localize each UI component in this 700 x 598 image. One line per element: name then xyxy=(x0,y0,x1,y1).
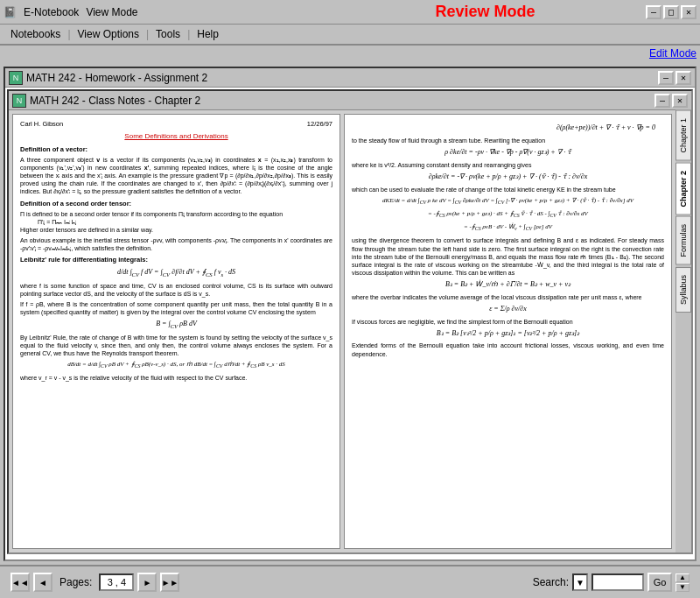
edit-mode-button[interactable]: Edit Mode xyxy=(649,47,696,60)
tensor-example-text: An obvious example is the inertial stres… xyxy=(20,236,332,252)
total-b-formula: B = ∫CV ρB dV xyxy=(20,320,332,330)
bottom-toolbar: ◄◄ ◄ Pages: ► ►► Search: ▼ Go ▲ ▼ xyxy=(0,565,700,598)
navigation-controls: ◄◄ ◄ Pages: ► ►► xyxy=(10,573,179,592)
app-minimize-button[interactable]: – xyxy=(646,5,662,19)
def-tensor-title: Definition of a second order tensor: xyxy=(20,200,332,208)
const-density-text: where ke is v²/2. Assuming constant dens… xyxy=(352,161,664,169)
menu-help[interactable]: Help xyxy=(193,27,222,41)
title-bar-left: 📓 E-Notebook View Mode xyxy=(4,6,325,18)
content-wrapper: Carl H. Gibson 12/26/97 Some Definitions… xyxy=(9,110,691,552)
menu-sep-2: | xyxy=(146,28,149,40)
divergence-text: using the divergence theorem to convert … xyxy=(352,236,664,276)
def-vector-text: A three component object v is a vector i… xyxy=(20,156,332,195)
reynolds-text: By Leibnitz' Rule, the rate of change of… xyxy=(20,334,332,357)
outer-notebook-title-area: N MATH 242 - Homework - Assignment 2 xyxy=(9,71,658,85)
title-bar: 📓 E-Notebook View Mode Review Mode – □ ✕ xyxy=(0,0,700,25)
inner-notebook-titlebar: N MATH 242 - Class Notes - Chapter 2 – ✕ xyxy=(9,91,691,110)
arrow-down-button[interactable]: ▼ xyxy=(676,583,690,592)
app-name: E-Notebook xyxy=(24,6,79,18)
simplest-bernoulli-formula: B₁ = B₂ [v₁²/2 + p/ρ + gz₃]₁ = [v₂²/2 + … xyxy=(352,329,664,339)
ke-rate-text: which can be used to evaluate the rate o… xyxy=(352,186,664,193)
def-vector-title: Definition of a vector: xyxy=(20,145,332,154)
section-title: Some Definitions and Derivations xyxy=(20,132,332,142)
search-label: Search: xyxy=(533,576,569,588)
menu-tools[interactable]: Tools xyxy=(152,27,184,41)
outer-close-button[interactable]: ✕ xyxy=(676,71,691,85)
outer-notebook-titlebar: N MATH 242 - Homework - Assignment 2 – ✕ xyxy=(5,68,695,88)
nav-last-button[interactable]: ►► xyxy=(160,573,179,592)
author-name: Carl H. Gibson xyxy=(20,120,63,129)
tab-syllabus[interactable]: Syllabus xyxy=(676,267,691,313)
leibnitz-text1: where f is some function of space and ti… xyxy=(20,282,332,298)
title-bar-controls: – □ ✕ xyxy=(646,5,696,19)
ke-formula: ρ ∂ke/∂t = -ρv · ∇ke - ∇p - ρ∇(v · gz₃) … xyxy=(352,148,664,158)
def-tensor-text: Π is defined to be a second order tensor… xyxy=(20,210,332,234)
steady-flow-text: to the steady flow of fluid through a st… xyxy=(352,137,664,144)
outer-notebook-controls: – ✕ xyxy=(658,71,691,85)
tab-chapter2[interactable]: Chapter 2 xyxy=(676,163,691,215)
app-maximize-button[interactable]: □ xyxy=(663,5,679,19)
app-close-button[interactable]: ✕ xyxy=(681,5,696,19)
inner-notebook-title: MATH 242 - Class Notes - Chapter 2 xyxy=(30,95,200,107)
search-area: Search: ▼ Go ▲ ▼ xyxy=(533,573,690,592)
simplest-bernoulli-text: If viscous forces are negligible, we fin… xyxy=(352,318,664,326)
page-4: ∂(ρ(ke+pe))/∂t + ∇ · τ̄ + v · ∇p = 0 to … xyxy=(344,114,672,549)
menu-notebooks[interactable]: Notebooks xyxy=(7,27,64,41)
side-tabs: Chapter 1 Chapter 2 Formulas Syllabus xyxy=(676,110,691,552)
menu-bar: Notebooks | View Options | Tools | Help xyxy=(0,25,700,46)
page-date: 12/26/97 xyxy=(307,120,332,129)
outer-notebook-title: MATH 242 - Homework - Assignment 2 xyxy=(26,72,207,84)
menu-view-options[interactable]: View Options xyxy=(74,27,143,41)
inner-notebook-icon: N xyxy=(12,94,26,108)
epsilon-formula: ε = Σ/ρ ∂v/∂x xyxy=(352,305,664,314)
nav-prev-button[interactable]: ◄ xyxy=(33,573,52,592)
main-formula-1: ∂(ρ(ke+pe))/∂t + ∇ · τ̄ + v · ∇p = 0 xyxy=(352,123,664,133)
surface-formula: = -∮CS ρv(ke + p/ρ + gz₃) · dS + ∮CS v̄ … xyxy=(352,210,664,220)
reynolds-formula: dB/dt = d/dt ∫CV ρB dV + ∮CS ρB(v-v_s) ·… xyxy=(20,361,332,370)
main-area: Edit Mode N MATH 242 - Homework - Assign… xyxy=(0,46,700,565)
leibnitz-text2: If f = ρB, where B is the concentration … xyxy=(20,300,332,316)
tab-formulas[interactable]: Formulas xyxy=(676,216,691,265)
extended-bernoulli-text: Extended forms of the Bernoulli equation… xyxy=(352,341,664,357)
arrow-up-button[interactable]: ▲ xyxy=(676,573,690,582)
outer-notebook-icon: N xyxy=(9,71,23,85)
page-author-area: Carl H. Gibson 12/26/97 xyxy=(20,120,332,129)
bernoulli-b-formula: B₁ = B₂ + Ẇ_v/ṁ + ∂Γ̄/∂t = B₂ + w_v + v₂ xyxy=(352,280,664,290)
inner-notebook-window: N MATH 242 - Class Notes - Chapter 2 – ✕… xyxy=(7,89,693,554)
notebook-icon: 📓 xyxy=(4,6,17,18)
review-mode-label: Review Mode xyxy=(325,3,646,21)
overbar-text: where the overbar indicates the volume a… xyxy=(352,293,664,301)
pages-area: Carl H. Gibson 12/26/97 Some Definitions… xyxy=(9,110,676,552)
inner-notebook-controls: – ✕ xyxy=(654,94,688,108)
leibnitz-formula: d/dt ∫CV f dV = ∫CV ∂f/∂t dV + ∮CS f vs … xyxy=(20,268,332,278)
arrow-buttons: ▲ ▼ xyxy=(676,573,690,592)
outer-notebook-window: N MATH 242 - Homework - Assignment 2 – ✕… xyxy=(4,67,696,561)
def-leibnitz-title: Leibnitz' rule for differentiating integ… xyxy=(20,256,332,264)
search-input[interactable] xyxy=(592,573,644,591)
menu-sep-1: | xyxy=(67,28,70,40)
pages-input[interactable] xyxy=(99,573,134,591)
nav-first-button[interactable]: ◄◄ xyxy=(10,573,30,592)
inner-close-button[interactable]: ✕ xyxy=(672,94,688,108)
search-go-button[interactable]: Go xyxy=(648,573,672,592)
rearranged-formula: ∂ρke/∂t = -∇ · ρv(ke + p/ρ + gz₃) + ∇ · … xyxy=(352,172,664,182)
vr-text: where v_r = v - v_s is the relative velo… xyxy=(20,374,332,382)
page-3: Carl H. Gibson 12/26/97 Some Definitions… xyxy=(12,114,340,549)
simplified-formula: = -∮CS ρvB · dV - Ẇv + ∫CV [ρε] dV xyxy=(352,223,664,233)
inner-minimize-button[interactable]: – xyxy=(654,94,670,108)
search-dropdown[interactable]: ▼ xyxy=(572,573,588,591)
pages-label: Pages: xyxy=(60,576,92,588)
tab-chapter1[interactable]: Chapter 1 xyxy=(676,110,691,161)
dke-formula: dKE/dt = d/dt ∫CV ρ ke dV = ∫CV ∂ρke/∂t … xyxy=(352,197,664,207)
menu-sep-3: | xyxy=(187,28,190,40)
outer-minimize-button[interactable]: – xyxy=(658,71,674,85)
nav-next-button[interactable]: ► xyxy=(137,573,157,592)
inner-notebook-title-area: N MATH 242 - Class Notes - Chapter 2 xyxy=(12,94,654,108)
view-mode-label: View Mode xyxy=(86,6,137,18)
